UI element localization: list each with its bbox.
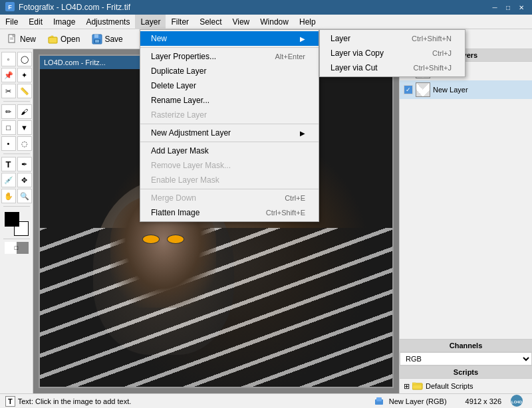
titlebar: F Fotografix - LO4D.com - Fritz.tif ─ □ …: [0, 0, 532, 15]
menu-help[interactable]: Help: [294, 15, 321, 29]
svg-text:LO4D: LO4D: [511, 400, 523, 404]
tool-quick-mask[interactable]: □: [5, 242, 29, 254]
menu-layer-rename-label: Rename Layer...: [151, 96, 209, 105]
tool-fill[interactable]: ▼: [17, 120, 32, 135]
open-button[interactable]: Open: [43, 32, 84, 47]
minimize-button[interactable]: ─: [489, 3, 500, 12]
svg-rect-5: [49, 37, 57, 43]
menu-layer-duplicate[interactable]: Duplicate Layer: [140, 64, 319, 78]
tool-hand[interactable]: ✋: [1, 189, 16, 203]
tool-clone[interactable]: •: [1, 136, 16, 151]
tool-brush[interactable]: 🖌: [17, 104, 32, 119]
layer-menu: New ▶ Layer Properties... Alt+Enter Dupl…: [140, 29, 319, 222]
menu-file[interactable]: File: [0, 15, 23, 29]
menu-edit[interactable]: Edit: [23, 15, 48, 29]
menu-layer-rasterize-label: Rasterize Layer: [151, 110, 207, 120]
menu-layer-duplicate-label: Duplicate Layer: [151, 66, 206, 76]
menu-image[interactable]: Image: [48, 15, 80, 29]
new-label: New: [20, 35, 36, 44]
scripts-default-label: Default Scripts: [426, 382, 473, 390]
tool-measure[interactable]: 📏: [17, 84, 32, 98]
svg-text:F: F: [8, 4, 12, 11]
tool-pencil[interactable]: ✏: [1, 104, 16, 119]
tool-text[interactable]: T: [1, 157, 16, 171]
layer-thumb-new: [416, 82, 430, 97]
tool-pen[interactable]: ✒: [17, 157, 32, 171]
tool-select-ellipse[interactable]: ◯: [17, 52, 32, 66]
menu-layer-flatten[interactable]: Flatten Image Ctrl+Shift+E: [140, 205, 319, 220]
menu-layer-rasterize: Rasterize Layer: [140, 108, 319, 122]
svg-rect-7: [94, 35, 98, 38]
menu-layer-mergedown-shortcut: Ctrl+E: [285, 194, 305, 202]
menu-adjustments[interactable]: Adjustments: [80, 15, 135, 29]
menu-layer-adjustment[interactable]: New Adjustment Layer ▶: [140, 126, 319, 140]
submenu-layer-via-cut-label: Layer via Cut: [331, 63, 378, 72]
tool-eyedropper[interactable]: 💉: [1, 173, 16, 187]
titlebar-text: Fotografix - LO4D.com - Fritz.tif: [19, 3, 130, 12]
menu-layer-new[interactable]: New ▶: [140, 31, 319, 46]
submenu-new-layer-label: Layer: [331, 34, 350, 43]
tool-zoom[interactable]: 🔍: [17, 189, 32, 203]
menu-layer-flatten-label: Flatten Image: [151, 208, 200, 217]
close-button[interactable]: ✕: [516, 3, 527, 12]
submenu-new-layer[interactable]: Layer Ctrl+Shift+N: [320, 31, 465, 46]
layer-visibility-new[interactable]: ✓: [404, 85, 413, 94]
statusbar: T Text: Click in the image to add text. …: [0, 393, 532, 408]
save-button[interactable]: Save: [87, 32, 127, 47]
menu-layer[interactable]: Layer: [135, 15, 166, 29]
tool-eraser[interactable]: □: [1, 120, 16, 135]
tool-separator-4: [3, 239, 30, 239]
menu-layer-adjustment-label: New Adjustment Layer: [151, 128, 231, 138]
submenu-layer-via-cut[interactable]: Layer via Cut Ctrl+Shift+J: [320, 60, 465, 75]
color-selector[interactable]: [5, 212, 29, 236]
menu-layer-adjustment-arrow: ▶: [300, 130, 305, 137]
menu-layer-properties[interactable]: Layer Properties... Alt+Enter: [140, 49, 319, 64]
new-icon: [7, 34, 18, 45]
submenu-new-layer-shortcut: Ctrl+Shift+N: [412, 35, 452, 43]
layers-panel: Layers Layer 2 ✓ New Layer: [400, 49, 532, 340]
submenu-layer-via-copy[interactable]: Layer via Copy Ctrl+J: [320, 46, 465, 60]
menu-layer-enablemask: Enable Layer Mask: [140, 173, 319, 187]
layer-item-new[interactable]: ✓ New Layer: [400, 80, 532, 99]
scripts-expand-icon[interactable]: ⊞: [404, 382, 410, 391]
statusbar-layer-icon: [374, 396, 384, 407]
svg-rect-9: [95, 40, 99, 43]
foreground-color[interactable]: [5, 212, 19, 227]
menu-layer-addmask[interactable]: Add Layer Mask: [140, 144, 319, 158]
svg-rect-12: [376, 397, 382, 401]
menu-layer-mergedown-label: Merge Down: [151, 193, 196, 203]
tool-magic-wand[interactable]: ✦: [17, 68, 32, 82]
tool-lasso[interactable]: 📌: [1, 68, 16, 82]
statusbar-layer-info: New Layer (RGB): [389, 397, 447, 405]
channels-select[interactable]: RGB Red Green Blue: [400, 352, 532, 365]
scripts-folder-icon: [412, 381, 423, 391]
menu-layer-mergedown: Merge Down Ctrl+E: [140, 191, 319, 205]
maximize-button[interactable]: □: [503, 3, 513, 12]
menu-layer-flatten-shortcut: Ctrl+Shift+E: [266, 209, 305, 217]
menu-sep-2: [140, 124, 319, 124]
menu-window[interactable]: Window: [255, 15, 294, 29]
tool-row-4: ✏ 🖌: [1, 104, 32, 119]
statusbar-dimensions: 4912 x 326: [466, 397, 501, 405]
tool-move[interactable]: ✥: [17, 173, 32, 187]
tool-blur[interactable]: ◌: [17, 136, 32, 151]
menu-layer-rename[interactable]: Rename Layer...: [140, 93, 319, 108]
open-label: Open: [61, 35, 80, 44]
layer-name-new: New Layer: [433, 86, 468, 94]
statusbar-right: New Layer (RGB) 4912 x 326 LO4D: [374, 394, 527, 409]
tool-crop[interactable]: ✂: [1, 84, 16, 98]
tool-select-rect[interactable]: ◦: [1, 52, 16, 66]
scripts-default[interactable]: ⊞ Default Scripts: [400, 379, 532, 393]
menu-filter[interactable]: Filter: [166, 15, 194, 29]
menu-layer-properties-label: Layer Properties...: [151, 52, 216, 61]
tool-separator-3: [3, 206, 30, 207]
scripts-panel: Scripts ⊞ Default Scripts: [400, 366, 532, 393]
menu-layer-removemask-label: Remove Layer Mask...: [151, 161, 231, 170]
titlebar-controls[interactable]: ─ □ ✕: [489, 3, 527, 12]
status-tool-icon: T: [5, 396, 15, 407]
new-button[interactable]: New: [3, 32, 41, 47]
menu-view[interactable]: View: [227, 15, 255, 29]
menu-layer-enablemask-label: Enable Layer Mask: [151, 175, 219, 185]
menu-select[interactable]: Select: [194, 15, 227, 29]
menu-layer-delete[interactable]: Delete Layer: [140, 78, 319, 93]
